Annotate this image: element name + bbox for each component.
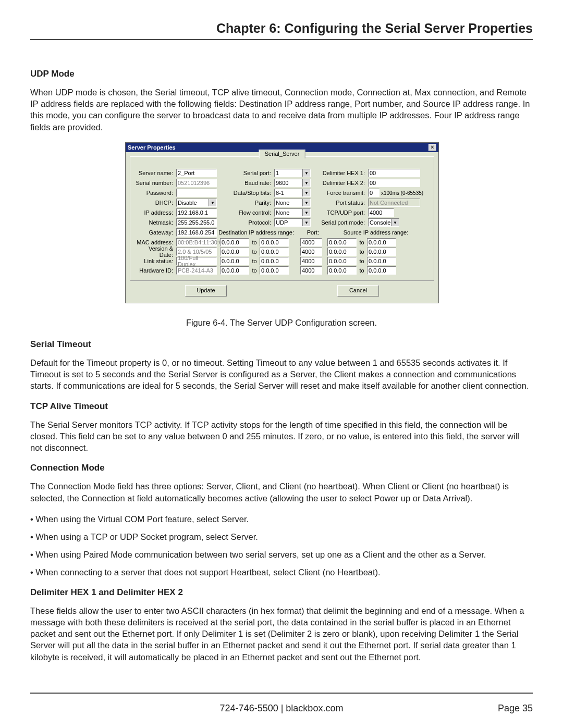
field-left: PCB-2414-A3: [176, 266, 217, 275]
label-to: to: [249, 258, 260, 264]
field-port[interactable]: 4000: [300, 238, 322, 246]
field-left: 00:0B:B4:11:30:6C: [176, 238, 217, 246]
chevron-down-icon[interactable]: [209, 199, 216, 206]
field-dst-from[interactable]: 0.0.0.0: [220, 238, 249, 246]
label-left: MAC address:: [134, 239, 176, 245]
field-dst-from[interactable]: 0.0.0.0: [220, 248, 249, 256]
label-port-col: Port:: [297, 229, 322, 236]
label-to: to: [249, 267, 260, 274]
chevron-down-icon[interactable]: [302, 179, 310, 187]
label-netmask: Netmask:: [134, 219, 176, 226]
label-ip: IP address:: [134, 209, 176, 216]
para-delim: These fields allow the user to enter two…: [30, 605, 533, 663]
label-server-name: Server name:: [134, 170, 176, 176]
label-to: to: [357, 267, 367, 274]
para-udp-mode: When UDP mode is chosen, the Serial time…: [30, 87, 533, 133]
field-hex1[interactable]: 00: [368, 169, 420, 177]
dropdown-baud[interactable]: 9600: [274, 179, 311, 187]
cancel-button[interactable]: Cancel: [337, 285, 379, 297]
dropdown-spm[interactable]: Console: [368, 218, 399, 227]
label-left: Link status:: [134, 258, 176, 264]
label-gateway: Gateway:: [134, 229, 176, 236]
label-to: to: [249, 249, 260, 255]
server-properties-dialog: Server Properties × Serial_Server Server…: [125, 142, 439, 303]
field-dst-to[interactable]: 0.0.0.0: [260, 266, 289, 275]
range-row: Link status:100/Full Duplex0.0.0.0to0.0.…: [134, 256, 430, 266]
footer-page-number: Page 35: [498, 703, 533, 714]
label-to: to: [249, 239, 260, 245]
field-ip[interactable]: 192.168.0.1: [176, 208, 217, 217]
field-dst-from[interactable]: 0.0.0.0: [220, 266, 249, 275]
para-serial-timeout: Default for the Timeout property is 0, o…: [30, 357, 533, 392]
para-conn-mode: The Connection Mode field has three opti…: [30, 480, 533, 504]
field-dst-to[interactable]: 0.0.0.0: [260, 248, 289, 256]
field-src-from[interactable]: 0.0.0.0: [327, 248, 357, 256]
field-left: 100/Full Duplex: [176, 257, 217, 265]
update-button[interactable]: Update: [185, 285, 227, 297]
field-src-from[interactable]: 0.0.0.0: [327, 257, 357, 265]
chevron-down-icon[interactable]: [302, 219, 310, 226]
field-hex2[interactable]: 00: [368, 179, 420, 187]
label-force-hint: x100ms (0-65535): [380, 190, 423, 196]
chevron-down-icon[interactable]: [391, 219, 399, 226]
close-icon[interactable]: ×: [429, 144, 436, 151]
label-serial-port: Serial port:: [217, 170, 274, 176]
dropdown-parity[interactable]: None: [274, 199, 311, 207]
chevron-down-icon[interactable]: [302, 209, 310, 216]
chevron-down-icon[interactable]: [302, 169, 310, 177]
label-tcp-udp: TCP/UDP port:: [311, 209, 368, 216]
label-serial-number: Serial number:: [134, 180, 176, 186]
field-tcp-udp[interactable]: 4000: [368, 208, 394, 217]
label-parity: Parity:: [217, 200, 274, 206]
heading-conn-mode: Connection Mode: [30, 463, 533, 473]
label-dhcp: DHCP:: [134, 200, 176, 206]
field-src-to[interactable]: 0.0.0.0: [367, 266, 396, 275]
chapter-title: Chapter 6: Configuring the Serial Server…: [30, 21, 533, 40]
label-hex2: Delimiter HEX 2:: [311, 180, 368, 186]
range-row: MAC address:00:0B:B4:11:30:6C0.0.0.0to0.…: [134, 238, 430, 247]
heading-delim: Delimiter HEX 1 and Delimiter HEX 2: [30, 587, 533, 598]
field-dst-to[interactable]: 0.0.0.0: [260, 238, 289, 246]
label-port-status: Port status:: [311, 200, 368, 206]
bullet-item: • When using the Virtual COM Port featur…: [30, 513, 533, 526]
label-password: Password:: [134, 190, 176, 196]
label-to: to: [357, 239, 367, 245]
field-gateway[interactable]: 192.168.0.254: [176, 228, 217, 237]
field-dst-from[interactable]: 0.0.0.0: [220, 257, 249, 265]
field-password[interactable]: [176, 189, 217, 197]
label-spm: Serial port mode:: [311, 219, 368, 226]
chevron-down-icon[interactable]: [302, 199, 310, 206]
field-force[interactable]: 0: [368, 189, 380, 197]
field-serial-number: 0521012396: [176, 179, 217, 187]
para-tcp-alive: The Serial Server monitors TCP activity.…: [30, 419, 533, 454]
chevron-down-icon[interactable]: [302, 189, 310, 196]
tab-serial-server[interactable]: Serial_Server: [259, 150, 305, 158]
field-src-to[interactable]: 0.0.0.0: [367, 248, 396, 256]
label-left: Version & Date:: [134, 245, 176, 258]
heading-tcp-alive: TCP Alive Timeout: [30, 401, 533, 412]
field-src-from[interactable]: 0.0.0.0: [327, 238, 357, 246]
field-src-from[interactable]: 0.0.0.0: [327, 266, 357, 275]
field-server-name[interactable]: 2_Port: [176, 169, 217, 177]
dropdown-dhcp[interactable]: Disable: [176, 199, 217, 207]
range-row: Hardware ID:PCB-2414-A30.0.0.0to0.0.0.04…: [134, 266, 430, 275]
field-netmask[interactable]: 255.255.255.0: [176, 218, 217, 227]
bullet-item: • When using a TCP or UDP Socket program…: [30, 531, 533, 544]
dropdown-protocol[interactable]: UDP: [274, 218, 311, 227]
field-port[interactable]: 4000: [300, 257, 322, 265]
label-protocol: Protocol:: [217, 219, 274, 226]
field-dst-to[interactable]: 0.0.0.0: [260, 257, 289, 265]
field-src-to[interactable]: 0.0.0.0: [367, 238, 396, 246]
field-port[interactable]: 4000: [300, 266, 322, 275]
label-baud: Baud rate:: [217, 180, 274, 186]
bullet-item: • When connecting to a server that does …: [30, 566, 533, 579]
bullet-item: • When using Paired Mode communication b…: [30, 549, 533, 561]
dropdown-flow[interactable]: None: [274, 208, 311, 217]
label-force: Force transmit:: [311, 190, 368, 196]
dropdown-dsb[interactable]: 8-1: [274, 189, 311, 197]
field-port[interactable]: 4000: [300, 248, 322, 256]
dropdown-serial-port[interactable]: 1: [274, 169, 311, 177]
label-to: to: [357, 249, 367, 255]
field-src-to[interactable]: 0.0.0.0: [367, 257, 396, 265]
label-hex1: Delimiter HEX 1:: [311, 170, 368, 176]
